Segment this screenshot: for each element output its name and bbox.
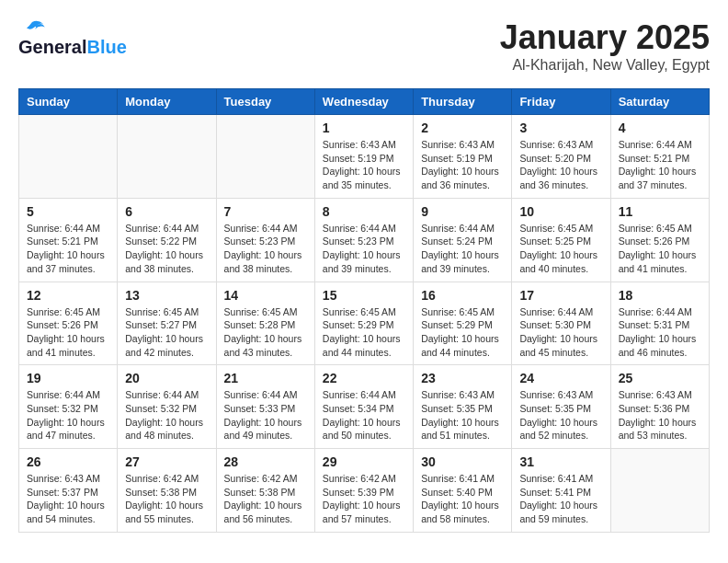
day-number: 30 [421,454,504,469]
day-info: Sunrise: 6:44 AM Sunset: 5:33 PM Dayligh… [224,388,307,442]
day-info: Sunrise: 6:43 AM Sunset: 5:36 PM Dayligh… [619,388,701,442]
day-number: 17 [519,288,602,303]
calendar-cell: 9Sunrise: 6:44 AM Sunset: 5:24 PM Daylig… [414,198,512,282]
calendar-cell: 20Sunrise: 6:44 AM Sunset: 5:32 PM Dayli… [118,365,216,449]
calendar-cell [118,115,216,199]
calendar-cell: 25Sunrise: 6:43 AM Sunset: 5:36 PM Dayli… [610,365,709,449]
calendar-cell: 1Sunrise: 6:43 AM Sunset: 5:19 PM Daylig… [314,115,413,199]
day-number: 10 [519,204,602,219]
page-header: General Blue January 2025 Al-Kharijah, N… [18,18,710,74]
day-number: 28 [224,454,307,469]
day-info: Sunrise: 6:43 AM Sunset: 5:37 PM Dayligh… [27,472,109,526]
day-info: Sunrise: 6:44 AM Sunset: 5:23 PM Dayligh… [323,222,405,276]
day-number: 7 [224,204,307,219]
calendar-cell: 3Sunrise: 6:43 AM Sunset: 5:20 PM Daylig… [512,115,610,199]
day-info: Sunrise: 6:44 AM Sunset: 5:34 PM Dayligh… [323,388,405,442]
day-number: 9 [421,204,504,219]
calendar-subtitle: Al-Kharijah, New Valley, Egypt [500,57,710,74]
weekday-header-sunday: Sunday [19,89,118,115]
calendar-cell: 4Sunrise: 6:44 AM Sunset: 5:21 PM Daylig… [610,115,709,199]
calendar-cell: 8Sunrise: 6:44 AM Sunset: 5:23 PM Daylig… [314,198,413,282]
calendar-cell: 23Sunrise: 6:43 AM Sunset: 5:35 PM Dayli… [414,365,512,449]
day-number: 1 [323,121,405,135]
calendar-cell: 16Sunrise: 6:45 AM Sunset: 5:29 PM Dayli… [414,282,512,365]
calendar-week-row: 12Sunrise: 6:45 AM Sunset: 5:26 PM Dayli… [19,282,710,365]
calendar-cell: 6Sunrise: 6:44 AM Sunset: 5:22 PM Daylig… [118,198,216,282]
calendar-cell: 5Sunrise: 6:44 AM Sunset: 5:21 PM Daylig… [19,198,118,282]
day-info: Sunrise: 6:42 AM Sunset: 5:39 PM Dayligh… [323,472,405,526]
day-info: Sunrise: 6:44 AM Sunset: 5:21 PM Dayligh… [27,222,109,276]
day-number: 4 [619,121,701,135]
day-info: Sunrise: 6:44 AM Sunset: 5:21 PM Dayligh… [619,138,701,192]
calendar-cell: 7Sunrise: 6:44 AM Sunset: 5:23 PM Daylig… [216,198,314,282]
day-info: Sunrise: 6:43 AM Sunset: 5:20 PM Dayligh… [519,138,602,192]
weekday-header-saturday: Saturday [610,89,709,115]
day-info: Sunrise: 6:43 AM Sunset: 5:19 PM Dayligh… [421,138,504,192]
weekday-header-row: SundayMondayTuesdayWednesdayThursdayFrid… [19,89,710,115]
day-number: 27 [125,454,208,469]
calendar-cell: 31Sunrise: 6:41 AM Sunset: 5:41 PM Dayli… [512,449,610,533]
day-info: Sunrise: 6:42 AM Sunset: 5:38 PM Dayligh… [224,472,307,526]
calendar-cell: 13Sunrise: 6:45 AM Sunset: 5:27 PM Dayli… [118,282,216,365]
day-number: 5 [27,204,109,219]
day-info: Sunrise: 6:44 AM Sunset: 5:32 PM Dayligh… [125,388,208,442]
day-info: Sunrise: 6:44 AM Sunset: 5:22 PM Dayligh… [125,222,208,276]
day-number: 8 [323,204,405,219]
calendar-cell [216,115,314,199]
calendar-title: January 2025 [500,18,710,57]
calendar-cell: 21Sunrise: 6:44 AM Sunset: 5:33 PM Dayli… [216,365,314,449]
calendar-cell: 19Sunrise: 6:44 AM Sunset: 5:32 PM Dayli… [19,365,118,449]
day-number: 26 [27,454,109,469]
day-info: Sunrise: 6:41 AM Sunset: 5:40 PM Dayligh… [421,472,504,526]
calendar-cell: 22Sunrise: 6:44 AM Sunset: 5:34 PM Dayli… [314,365,413,449]
logo: General Blue [18,18,127,58]
day-number: 29 [323,454,405,469]
weekday-header-tuesday: Tuesday [216,89,314,115]
day-number: 11 [619,204,701,219]
calendar-cell: 18Sunrise: 6:44 AM Sunset: 5:31 PM Dayli… [610,282,709,365]
day-info: Sunrise: 6:45 AM Sunset: 5:25 PM Dayligh… [519,222,602,276]
day-number: 13 [125,288,208,303]
day-number: 12 [27,288,109,303]
calendar-cell: 12Sunrise: 6:45 AM Sunset: 5:26 PM Dayli… [19,282,118,365]
day-number: 16 [421,288,504,303]
weekday-header-friday: Friday [512,89,610,115]
day-info: Sunrise: 6:44 AM Sunset: 5:24 PM Dayligh… [421,222,504,276]
logo-general: General [18,37,86,58]
day-info: Sunrise: 6:41 AM Sunset: 5:41 PM Dayligh… [519,472,602,526]
calendar-week-row: 5Sunrise: 6:44 AM Sunset: 5:21 PM Daylig… [19,198,710,282]
calendar-cell: 14Sunrise: 6:45 AM Sunset: 5:28 PM Dayli… [216,282,314,365]
calendar-cell: 27Sunrise: 6:42 AM Sunset: 5:38 PM Dayli… [118,449,216,533]
day-number: 20 [125,371,208,385]
day-number: 24 [519,371,602,385]
day-info: Sunrise: 6:45 AM Sunset: 5:27 PM Dayligh… [125,305,208,360]
day-info: Sunrise: 6:43 AM Sunset: 5:19 PM Dayligh… [323,138,405,192]
calendar-week-row: 26Sunrise: 6:43 AM Sunset: 5:37 PM Dayli… [19,449,710,533]
calendar-table: SundayMondayTuesdayWednesdayThursdayFrid… [18,88,710,533]
day-number: 2 [421,121,504,135]
day-info: Sunrise: 6:45 AM Sunset: 5:26 PM Dayligh… [27,305,109,360]
calendar-cell: 24Sunrise: 6:43 AM Sunset: 5:35 PM Dayli… [512,365,610,449]
title-block: January 2025 Al-Kharijah, New Valley, Eg… [500,18,710,74]
calendar-cell: 10Sunrise: 6:45 AM Sunset: 5:25 PM Dayli… [512,198,610,282]
day-info: Sunrise: 6:45 AM Sunset: 5:26 PM Dayligh… [619,222,701,276]
day-info: Sunrise: 6:45 AM Sunset: 5:28 PM Dayligh… [224,305,307,360]
logo-blue: Blue [86,37,126,58]
calendar-cell: 26Sunrise: 6:43 AM Sunset: 5:37 PM Dayli… [19,449,118,533]
day-number: 6 [125,204,208,219]
day-number: 22 [323,371,405,385]
day-number: 19 [27,371,109,385]
day-info: Sunrise: 6:42 AM Sunset: 5:38 PM Dayligh… [125,472,208,526]
day-number: 14 [224,288,307,303]
calendar-week-row: 19Sunrise: 6:44 AM Sunset: 5:32 PM Dayli… [19,365,710,449]
day-number: 25 [619,371,701,385]
day-info: Sunrise: 6:43 AM Sunset: 5:35 PM Dayligh… [421,388,504,442]
calendar-cell: 2Sunrise: 6:43 AM Sunset: 5:19 PM Daylig… [414,115,512,199]
day-number: 15 [323,288,405,303]
day-info: Sunrise: 6:45 AM Sunset: 5:29 PM Dayligh… [421,305,504,360]
day-info: Sunrise: 6:45 AM Sunset: 5:29 PM Dayligh… [323,305,405,360]
day-info: Sunrise: 6:44 AM Sunset: 5:32 PM Dayligh… [27,388,109,442]
day-number: 31 [519,454,602,469]
calendar-cell [19,115,118,199]
calendar-cell: 30Sunrise: 6:41 AM Sunset: 5:40 PM Dayli… [414,449,512,533]
